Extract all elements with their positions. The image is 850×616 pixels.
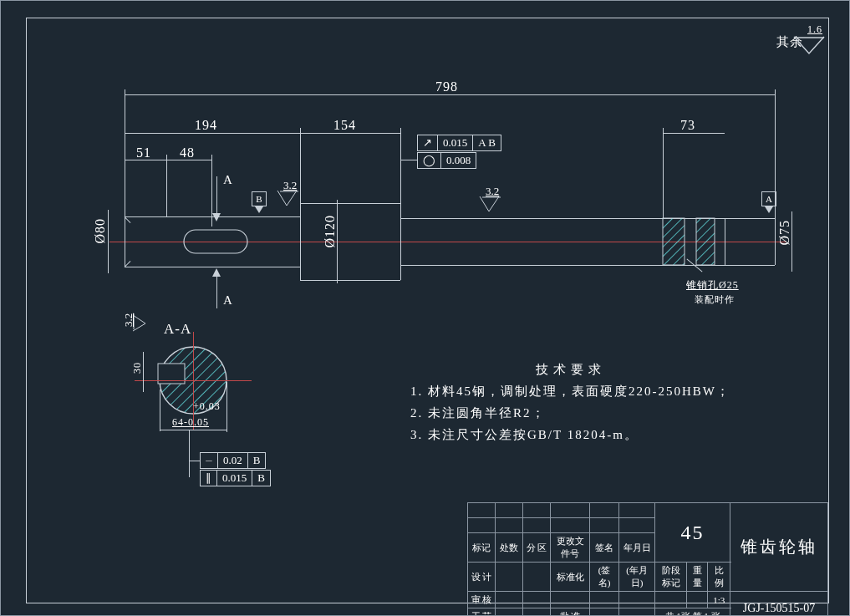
dim-194: 194 xyxy=(195,118,217,133)
material: 45 xyxy=(681,522,705,543)
dim-d80: Ø80 xyxy=(93,218,108,244)
dim-key-64: 64-0.05 xyxy=(172,416,209,429)
tech-req-title: 技术要求 xyxy=(536,362,606,378)
pin-hole-hatch xyxy=(663,218,721,265)
drawing-no: JGJ-150515-07 xyxy=(730,592,828,617)
keyway xyxy=(176,227,256,257)
section-mark-top: A xyxy=(223,173,233,187)
svg-rect-3 xyxy=(663,218,685,265)
gdt-runout: ↗0.015A B xyxy=(417,135,501,151)
svg-rect-1 xyxy=(184,230,247,253)
dim-73: 73 xyxy=(680,118,695,133)
dim-798: 798 xyxy=(435,79,458,94)
dim-48: 48 xyxy=(180,145,195,160)
pin-hole-label: 锥销孔Ø25 xyxy=(686,278,739,293)
dim-154: 154 xyxy=(333,118,356,133)
gdt-roundness: ◯0.008 xyxy=(417,152,476,169)
dim-d120: Ø120 xyxy=(323,215,338,248)
drawing-sheet: 其余 1.6 Ø80 Ø120 Ø75 xyxy=(0,0,850,616)
tech-req-2: 2. 未注圆角半径R2； xyxy=(410,405,546,421)
surface-rest-value: 1.6 xyxy=(807,23,822,36)
datum-b: B xyxy=(252,191,267,206)
dim-51: 51 xyxy=(136,145,151,160)
datum-a: A xyxy=(761,191,776,206)
gdt-parallel: ∥0.015B xyxy=(200,470,271,486)
svg-rect-4 xyxy=(696,218,715,265)
tech-req-1: 1. 材料45钢，调制处理，表面硬度220-250HBW； xyxy=(410,384,730,400)
dim-key-30: 30 xyxy=(131,362,144,374)
title-block: 45 锥齿轮轴 标记 处数 分 区 更改文件号 签名 年月日 设 计 标准化 (… xyxy=(467,502,828,603)
dim-d75: Ø75 xyxy=(777,220,792,246)
section-mark-bot: A xyxy=(223,293,233,308)
section-title: A-A xyxy=(164,321,191,338)
dim-key-tol-up: +0.03 xyxy=(193,400,221,413)
pin-hole-note: 装配时作 xyxy=(695,293,735,306)
part-name: 锥齿轮轴 xyxy=(741,537,817,556)
gdt-flatness: ⏤0.02B xyxy=(200,452,266,469)
tech-req-3: 3. 未注尺寸公差按GB/T 18204-m。 xyxy=(410,427,639,443)
